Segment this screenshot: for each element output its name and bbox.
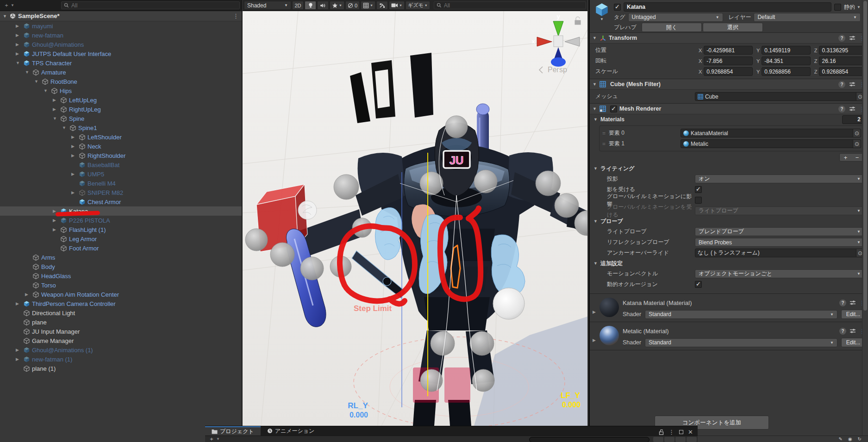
hierarchy-item-katana[interactable]: ▶Katana [0, 206, 242, 216]
brush-icon[interactable]: ✎ [838, 436, 842, 442]
receive-shadows-checkbox[interactable] [695, 186, 702, 193]
hierarchy-item-tps-character[interactable]: ▼TPS Character [0, 58, 242, 68]
materials-foldout[interactable]: ▼Materials 2 [590, 114, 868, 125]
hierarchy-item-ju-input-manager[interactable]: JU Input Manager [0, 327, 242, 336]
object-picker-icon[interactable]: ⊙ [853, 129, 861, 137]
light-probes-dropdown[interactable]: ブレンドプローブ▼ [695, 227, 864, 236]
grid-visibility-button[interactable]: ▼ [361, 1, 375, 10]
foldout-icon[interactable]: ▼ [62, 125, 69, 130]
layer-dropdown[interactable]: Default▼ [754, 13, 861, 22]
help-icon[interactable]: ? [838, 106, 845, 112]
hierarchy-item-plane-1[interactable]: plane (1) [0, 364, 242, 373]
renderer-enabled-checkbox[interactable] [610, 106, 617, 112]
hierarchy-item-headglass[interactable]: HeadGlass [0, 271, 242, 280]
presets-icon[interactable] [849, 35, 856, 41]
scene-audio-button[interactable] [317, 1, 329, 10]
help-icon[interactable]: ? [838, 35, 845, 42]
static-checkbox[interactable] [834, 4, 841, 11]
scale-z-field[interactable]: 0.9268854 [819, 67, 868, 76]
prefab-caret-icon[interactable]: ▼ [593, 17, 611, 21]
foldout-icon[interactable]: ▶ [16, 348, 23, 352]
hierarchy-item-weapon-aim-rotation-center[interactable]: ▶Weapon Aim Rotation Center [0, 290, 242, 299]
foldout-icon[interactable]: ▶ [16, 33, 23, 37]
foldout-icon[interactable]: ▶ [25, 292, 32, 297]
foldout-icon[interactable]: ▼ [53, 116, 60, 121]
foldout-icon[interactable]: ▶ [16, 357, 23, 361]
presets-icon[interactable] [849, 81, 856, 87]
scene-effects-button[interactable]: ▼ [330, 1, 344, 10]
foldout-icon[interactable]: ▶ [53, 107, 60, 112]
help-icon[interactable]: ? [839, 299, 846, 306]
tag-dropdown[interactable]: Untagged▼ [628, 13, 723, 22]
hierarchy-item-ghoul-animations[interactable]: ▶Ghoul@Animations [0, 40, 242, 49]
foldout-icon[interactable]: ▼ [25, 70, 32, 75]
foldout-icon[interactable]: ▶ [16, 301, 23, 306]
foldout-icon[interactable]: ▶ [53, 227, 60, 232]
shader-dropdown[interactable]: Standard▼ [645, 338, 837, 347]
mesh-object-field[interactable]: Cube ⊙ [695, 92, 864, 101]
scene-header-row[interactable]: ▼ SampleScene* ⋮ [0, 11, 242, 21]
hierarchy-item-new-fatman[interactable]: ▶new-fatman [0, 31, 242, 40]
project-toolbar-button[interactable] [653, 437, 663, 442]
hierarchy-item-baseballbat[interactable]: BaseballBat [0, 160, 242, 169]
project-toolbar-button[interactable] [675, 437, 686, 442]
project-toolbar-button[interactable] [664, 437, 674, 442]
position-y-field[interactable]: 0.1459119 [762, 46, 811, 55]
presets-icon[interactable] [849, 106, 856, 112]
gi-contribute-checkbox[interactable] [695, 197, 702, 204]
foldout-icon[interactable]: ▼ [16, 61, 23, 65]
foldout-icon[interactable]: ▼ [593, 106, 597, 111]
foldout-icon[interactable]: ▼ [593, 82, 597, 87]
hierarchy-item-thirdperson-camera-controller[interactable]: ▶ThirdPerson Camera Controller [0, 299, 242, 308]
hierarchy-item-rightshoulder[interactable]: ▶RightShoulder [0, 151, 242, 160]
foldout-icon[interactable]: ▶ [71, 190, 79, 195]
element-0-object-field[interactable]: KatanaMaterial ⊙ [681, 129, 861, 137]
padlock-open-icon[interactable] [659, 430, 664, 435]
foldout-icon[interactable]: ▼ [34, 79, 42, 84]
position-x-field[interactable]: -0.4259681 [704, 46, 753, 55]
hierarchy-item-leftshoulder[interactable]: ▶LeftShoulder [0, 132, 242, 142]
foldout-icon[interactable]: ▶ [71, 144, 79, 149]
hierarchy-item-game-manager[interactable]: Game Manager [0, 336, 242, 345]
hierarchy-item-body[interactable]: Body [0, 262, 242, 271]
chevron-down-icon[interactable]: ▼ [216, 436, 220, 442]
static-caret-icon[interactable]: ▼ [857, 5, 861, 9]
hierarchy-item-spine[interactable]: ▼Spine [0, 114, 242, 123]
lighting-foldout[interactable]: ▼ライティング [590, 163, 868, 174]
project-toolbar-button[interactable] [687, 437, 697, 442]
mesh-renderer-header[interactable]: ▼ Mesh Renderer ? ⋮ [590, 103, 868, 114]
prefab-open-button[interactable]: 開く [642, 23, 702, 32]
rotation-z-field[interactable]: 26.16 [819, 56, 868, 65]
drag-handle-icon[interactable]: = [602, 130, 605, 137]
hierarchy-item-armature[interactable]: ▼Armature [0, 68, 242, 77]
rotation-x-field[interactable]: -7.856 [704, 56, 753, 65]
foldout-icon[interactable]: ▼ [593, 36, 597, 40]
foldout-icon[interactable]: ▼ [44, 88, 51, 93]
help-icon[interactable]: ? [839, 328, 846, 335]
scene-viewport[interactable]: JU [243, 11, 587, 426]
materials-count-field[interactable]: 2 [842, 115, 863, 124]
presets-icon[interactable] [849, 300, 856, 305]
hierarchy-item-flashlight-1[interactable]: ▶FlashLight (1) [0, 225, 242, 234]
hierarchy-item-directional-light[interactable]: Directional Light [0, 308, 242, 317]
tab-project[interactable]: プロジェクト [205, 426, 261, 436]
foldout-icon[interactable]: ▶ [53, 98, 60, 102]
hierarchy-item-new-fatman-1[interactable]: ▶new-fatman (1) [0, 355, 242, 364]
foldout-icon[interactable]: ▶ [593, 338, 596, 342]
hierarchy-item-ghoul-animations-1[interactable]: ▶Ghoul@Animations (1) [0, 345, 242, 355]
scene-kebab-icon[interactable]: ⋮ [233, 12, 239, 19]
hierarchy-item-hips[interactable]: ▼Hips [0, 86, 242, 95]
motion-vectors-dropdown[interactable]: オブジェクトモーションごと▼ [695, 269, 864, 278]
refresh-icon[interactable]: ↻ [858, 436, 862, 442]
reflection-probes-dropdown[interactable]: Blend Probes▼ [695, 238, 864, 247]
cast-shadows-dropdown[interactable]: オン▼ [695, 174, 864, 183]
hierarchy-search-input[interactable]: All [61, 1, 240, 9]
hierarchy-item-chest-armor[interactable]: Chest Armor [0, 197, 242, 206]
transform-header[interactable]: ▼ Transform ? ⋮ [590, 32, 868, 44]
hierarchy-item-torso[interactable]: Torso [0, 280, 242, 290]
add-element-button[interactable]: + [844, 154, 848, 161]
prefab-select-button[interactable]: 選択 [703, 23, 763, 32]
help-icon[interactable]: ? [838, 81, 845, 88]
remove-element-button[interactable]: − [856, 154, 859, 161]
hierarchy-item-leftupleg[interactable]: ▶LeftUpLeg [0, 95, 242, 105]
